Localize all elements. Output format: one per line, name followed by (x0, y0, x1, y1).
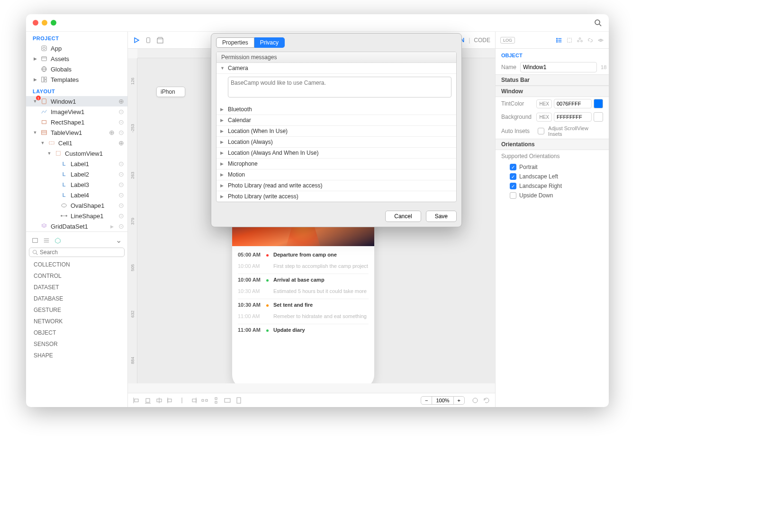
library-category[interactable]: CONTROL (29, 270, 125, 282)
cancel-button[interactable]: Cancel (385, 211, 421, 222)
inspector-tab-link-icon[interactable] (587, 37, 594, 44)
library-category[interactable]: GESTURE (29, 304, 125, 316)
project-item-assets[interactable]: ▶ Assets (26, 53, 127, 64)
checkbox[interactable] (510, 192, 516, 199)
align-icon[interactable] (190, 397, 197, 404)
align-icon[interactable] (155, 397, 163, 404)
project-item-app[interactable]: App (26, 43, 127, 53)
orientation-option[interactable]: ✓Landscape Right (496, 181, 609, 191)
perm-row[interactable]: ▶Photo Library (read and write access) (217, 180, 456, 191)
log-badge[interactable]: LOG (500, 37, 515, 44)
window-minimize-button[interactable] (42, 20, 47, 26)
perm-row[interactable]: ▶Microphone (217, 159, 456, 169)
perm-row[interactable]: ▶Photo Library (write access) (217, 191, 456, 202)
orientation-option[interactable]: ✓Landscape Left (496, 172, 609, 181)
align-icon[interactable] (133, 397, 140, 404)
project-item-globals[interactable]: Globals (26, 64, 127, 74)
name-input[interactable] (520, 62, 597, 72)
library-tab3-icon[interactable] (54, 237, 61, 244)
tint-swatch[interactable] (594, 99, 603, 108)
play-icon[interactable] (133, 36, 140, 44)
layout-item-griddataset1[interactable]: GridDataSet1▸⊙ (26, 221, 127, 231)
layout-item-customview1[interactable]: ▼ CustomView1 (26, 148, 127, 159)
hex-label[interactable]: HEX (536, 113, 552, 122)
checkbox[interactable]: ✓ (510, 164, 516, 170)
align-icon[interactable] (167, 397, 174, 404)
save-button[interactable]: Save (426, 211, 457, 222)
more-icon[interactable]: ⊙ (118, 108, 125, 115)
statusbar-section[interactable]: Status Bar (496, 74, 609, 86)
orientation-option[interactable]: ✓Portrait (496, 162, 609, 172)
camera-message-input[interactable] (228, 77, 451, 98)
zoom-control[interactable]: − 100% + (421, 396, 465, 405)
zoom-in-button[interactable]: + (454, 397, 464, 404)
archive-icon[interactable] (156, 36, 164, 44)
bg-swatch[interactable] (594, 112, 603, 122)
library-tab2-icon[interactable] (43, 237, 50, 244)
library-category[interactable]: SHAPE (29, 350, 125, 361)
inspector-tab-eye-icon[interactable] (597, 37, 604, 44)
tab-privacy[interactable]: Privacy (254, 37, 285, 48)
resize-icon[interactable] (224, 397, 231, 404)
layout-item-label2[interactable]: LLabel2⊙ (26, 169, 127, 179)
distribute-icon[interactable] (201, 397, 208, 404)
layout-item-label4[interactable]: LLabel4⊙ (26, 190, 127, 200)
library-category[interactable]: SENSOR (29, 338, 125, 350)
library-category[interactable]: COLLECTION (29, 259, 125, 270)
perm-row[interactable]: ▶Motion (217, 169, 456, 180)
window-zoom-button[interactable] (51, 20, 56, 26)
autoinsets-checkbox[interactable] (538, 128, 544, 134)
hex-label[interactable]: HEX (536, 99, 552, 108)
layout-item-label1[interactable]: LLabel1⊙ (26, 159, 127, 169)
library-tab1-icon[interactable] (32, 237, 38, 244)
layout-item-rectshape1[interactable]: RectShape1 ⊙ (26, 117, 127, 127)
library-category[interactable]: DATABASE (29, 293, 125, 304)
device-selector[interactable]: iPhon (156, 87, 185, 97)
inspector-tab-geometry-icon[interactable] (566, 37, 573, 44)
tint-input[interactable] (554, 99, 592, 108)
add-icon[interactable]: ⊕ (118, 139, 125, 147)
checkbox[interactable]: ✓ (510, 173, 516, 180)
layout-item-window1[interactable]: ▼ 1 Window1 ⊕ (26, 96, 127, 106)
library-category[interactable]: OBJECT (29, 327, 125, 338)
add-icon[interactable]: ⊕ (118, 98, 125, 105)
perm-row[interactable]: ▶Location (Always) (217, 137, 456, 148)
checkbox[interactable]: ✓ (510, 183, 516, 189)
layout-item-tableview1[interactable]: ▼ TableView1 ⊕ ⊙ (26, 127, 127, 138)
perm-row[interactable]: ▶Calendar (217, 115, 456, 126)
perm-row[interactable]: ▶Location (Always And When In Use) (217, 148, 456, 159)
layout-item-label3[interactable]: LLabel3⊙ (26, 179, 127, 190)
window-close-button[interactable] (33, 20, 38, 26)
inspector-tab-list-icon[interactable] (556, 37, 562, 44)
search-input[interactable] (40, 249, 121, 256)
more-icon[interactable]: ⊙ (118, 129, 125, 136)
layout-item-imageview1[interactable]: ImageView1 ⊙ (26, 106, 127, 117)
perm-row[interactable]: ▶Location (When In Use) (217, 126, 456, 137)
chevron-down-icon[interactable]: ⌄ (116, 236, 122, 245)
rotate-icon[interactable] (483, 397, 490, 404)
bg-input[interactable] (554, 112, 592, 122)
zoom-out-button[interactable]: − (421, 397, 432, 404)
resize-icon[interactable] (235, 397, 243, 404)
library-search[interactable] (29, 248, 125, 257)
perm-row[interactable]: ▶Bluetooth (217, 104, 456, 115)
device-icon[interactable] (145, 36, 152, 44)
project-item-templates[interactable]: ▶ Templates (26, 74, 127, 85)
layout-item-lineshape1[interactable]: LineShape1⊙ (26, 211, 127, 221)
search-icon[interactable] (594, 18, 602, 27)
more-icon[interactable]: ⊙ (118, 118, 125, 126)
align-icon[interactable] (178, 397, 186, 404)
code-tab[interactable]: CODE (474, 37, 490, 44)
layout-item-cell1[interactable]: ▼ Cell1 ⊕ (26, 138, 127, 148)
play-icon[interactable]: ▸ (108, 222, 115, 230)
tab-properties[interactable]: Properties (216, 37, 254, 48)
window-section[interactable]: Window (496, 86, 609, 97)
add-icon[interactable]: ⊕ (108, 129, 115, 136)
orientation-option[interactable]: Upside Down (496, 191, 609, 200)
align-icon[interactable] (144, 397, 152, 404)
library-category[interactable]: DATASET (29, 282, 125, 293)
inspector-tab-flower-icon[interactable] (577, 37, 583, 44)
fit-icon[interactable] (471, 397, 479, 404)
distribute-icon[interactable] (212, 397, 220, 404)
perm-camera[interactable]: ▼ Camera (217, 63, 456, 74)
